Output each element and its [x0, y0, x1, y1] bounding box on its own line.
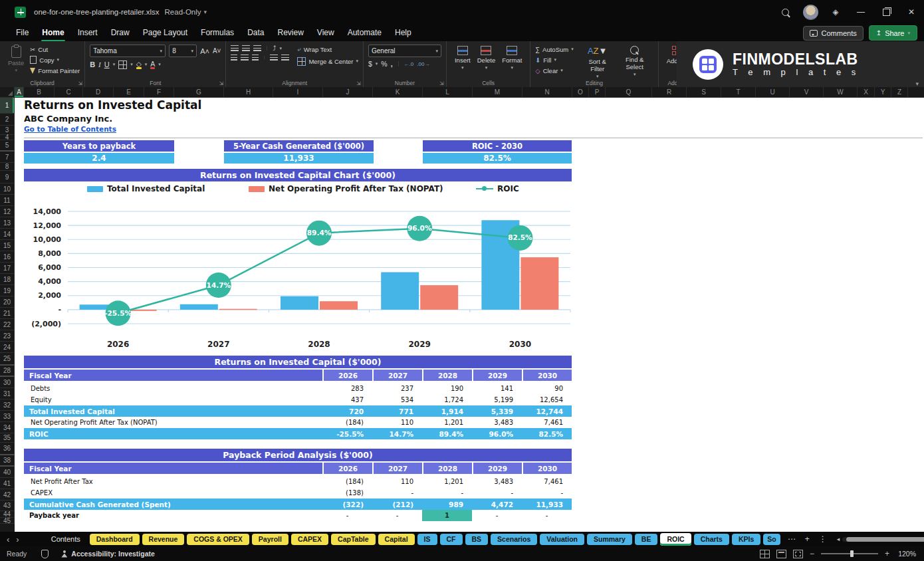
- sheet-tab-valuation[interactable]: Valuation: [540, 534, 584, 545]
- row-header-9[interactable]: 9: [0, 171, 15, 183]
- font-dialog-launcher-icon[interactable]: ⇲: [219, 80, 224, 86]
- row-header-22[interactable]: 22: [0, 319, 15, 330]
- menu-page-layout[interactable]: Page Layout: [136, 25, 194, 40]
- cell-2029[interactable]: 141: [472, 383, 522, 394]
- sheet-tab-dashboard[interactable]: Dashboard: [90, 534, 140, 545]
- delete-cells-button[interactable]: Delete▾: [474, 45, 499, 72]
- underline-chevron-icon[interactable]: ▾: [113, 62, 116, 67]
- cell-2029[interactable]: 5,339: [472, 405, 522, 417]
- row-header-24[interactable]: 24: [0, 342, 15, 353]
- fill-button[interactable]: ⬇Fill▾: [535, 55, 573, 64]
- sheet-tab-revenue[interactable]: Revenue: [142, 534, 185, 545]
- cell-2028[interactable]: 89.4%: [422, 428, 472, 439]
- normal-view-button[interactable]: [760, 550, 770, 558]
- column-header-J[interactable]: J: [323, 87, 373, 97]
- shrink-font-button[interactable]: A˅: [213, 47, 221, 55]
- payback-header-2028[interactable]: 2028: [422, 463, 472, 474]
- row-header-41[interactable]: 41: [0, 478, 15, 489]
- column-header-U[interactable]: U: [756, 87, 790, 97]
- menu-automate[interactable]: Automate: [341, 25, 388, 40]
- payback-header-2026[interactable]: 2026: [322, 463, 372, 474]
- cell-2028[interactable]: 989: [422, 499, 472, 510]
- menu-home[interactable]: Home: [35, 25, 70, 40]
- wrap-text-button[interactable]: ⤶Wrap Text: [297, 45, 358, 54]
- cell-2030[interactable]: 11,933: [522, 499, 572, 510]
- column-header-H[interactable]: H: [224, 87, 273, 97]
- cell-2026[interactable]: 283: [322, 383, 372, 394]
- row-header-13[interactable]: 13: [0, 217, 15, 229]
- row-header-35[interactable]: 35: [0, 433, 15, 443]
- column-header-Q[interactable]: Q: [606, 87, 652, 97]
- grow-font-button[interactable]: A˄: [200, 47, 209, 55]
- align-middle-button[interactable]: [242, 45, 250, 51]
- cell-2027[interactable]: 110: [372, 476, 422, 487]
- cell-2026[interactable]: (184): [322, 417, 372, 428]
- sheet-tab-bs[interactable]: BS: [465, 534, 489, 545]
- row-header-12[interactable]: 12: [0, 206, 15, 217]
- fill-color-button[interactable]: ◇: [136, 60, 142, 69]
- menu-review[interactable]: Review: [271, 25, 310, 40]
- row-header-19[interactable]: 19: [0, 285, 15, 296]
- row-header-21[interactable]: 21: [0, 308, 15, 319]
- row-header-17[interactable]: 17: [0, 263, 15, 274]
- roic-header-2030[interactable]: 2030: [522, 370, 572, 381]
- paste-button[interactable]: Paste ▾: [5, 45, 27, 74]
- clear-button[interactable]: ◇Clear▾: [535, 66, 573, 75]
- cell-2027[interactable]: 14.7%: [372, 428, 422, 439]
- alignment-dialog-launcher-icon[interactable]: ⇲: [356, 80, 361, 86]
- cell-2027[interactable]: 771: [372, 405, 422, 417]
- row-header-43[interactable]: 43: [0, 501, 15, 511]
- row-header-33[interactable]: 33: [0, 411, 15, 422]
- cell-2028[interactable]: -: [422, 487, 472, 499]
- sheet-tab-captable[interactable]: CapTable: [331, 534, 375, 545]
- cut-button[interactable]: ✂Cut: [30, 45, 80, 54]
- cell-2026[interactable]: -: [322, 510, 372, 521]
- decrease-decimal-button[interactable]: .00→: [417, 61, 429, 67]
- column-header-L[interactable]: L: [423, 87, 473, 97]
- column-header-A[interactable]: A: [15, 87, 24, 97]
- row-header-38[interactable]: 38: [0, 455, 15, 467]
- scrollbar-thumb[interactable]: [846, 537, 924, 542]
- row-header-34[interactable]: 34: [0, 422, 15, 433]
- row-label[interactable]: Payback year: [24, 510, 322, 521]
- row-label[interactable]: Equity: [24, 394, 322, 405]
- row-header-4[interactable]: 4: [0, 135, 15, 140]
- row-header-10[interactable]: 10: [0, 183, 15, 195]
- cell-2030[interactable]: -: [522, 487, 572, 499]
- column-header-P[interactable]: P: [589, 87, 606, 97]
- sort-filter-button[interactable]: AZ▼ Sort & Filter▾: [579, 45, 616, 80]
- cell-2029[interactable]: 5,199: [472, 394, 522, 405]
- sheet-tab-so[interactable]: So: [763, 534, 780, 545]
- account-avatar[interactable]: [798, 0, 823, 24]
- payback-header-2029[interactable]: 2029: [472, 463, 522, 474]
- cell-2029[interactable]: -: [472, 487, 522, 499]
- accessibility-status[interactable]: Accessibility: Investigate: [71, 550, 154, 558]
- column-header-D[interactable]: D: [83, 87, 114, 97]
- column-header-Z[interactable]: Z: [891, 87, 908, 97]
- share-button[interactable]: ↥ Share ▾: [869, 25, 917, 41]
- roic-header-2027[interactable]: 2027: [372, 370, 422, 381]
- column-header-V[interactable]: V: [790, 87, 824, 97]
- cell-2027[interactable]: 110: [372, 417, 422, 428]
- column-header-G[interactable]: G: [174, 87, 224, 97]
- tabs-scroll-left-icon[interactable]: ‹: [0, 534, 16, 544]
- zoom-out-button[interactable]: −: [810, 549, 814, 558]
- readonly-chevron-icon[interactable]: ▾: [204, 9, 207, 15]
- cell-2026[interactable]: (322): [322, 499, 372, 510]
- menu-view[interactable]: View: [310, 25, 341, 40]
- scrollbar-track[interactable]: [842, 537, 909, 542]
- cell-2028[interactable]: 190: [422, 383, 472, 394]
- cell-2030[interactable]: 90: [522, 383, 572, 394]
- autosum-button[interactable]: ∑AutoSum▾: [535, 45, 573, 54]
- format-painter-button[interactable]: Format Painter: [30, 66, 80, 75]
- column-header-W[interactable]: W: [824, 87, 858, 97]
- menu-file[interactable]: File: [9, 25, 35, 40]
- column-header-B[interactable]: B: [24, 87, 55, 97]
- cell-2028[interactable]: 1,201: [422, 476, 472, 487]
- payback-header-2027[interactable]: 2027: [372, 463, 422, 474]
- sheet-tab-scenarios[interactable]: Scenarios: [491, 534, 537, 545]
- sheet-tab-contents[interactable]: Contents: [45, 534, 87, 545]
- tab-options-icon[interactable]: ⋮: [814, 534, 832, 544]
- row-label[interactable]: Total Invested Capital: [24, 405, 322, 417]
- sheet-tab-be[interactable]: BE: [635, 534, 658, 545]
